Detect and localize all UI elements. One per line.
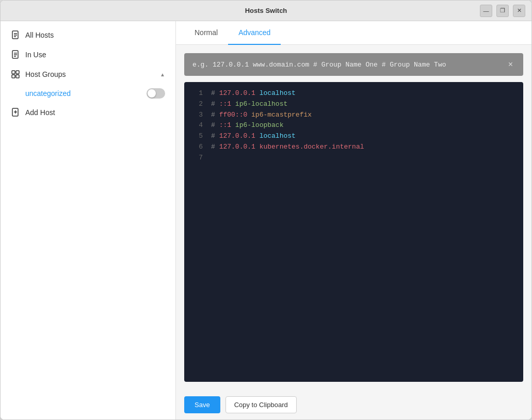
window-title: Hosts Switch (245, 7, 287, 14)
close-button[interactable]: ✕ (513, 5, 525, 17)
code-line-7: 7 (184, 153, 523, 164)
add-file-icon (11, 108, 20, 117)
save-button[interactable]: Save (184, 396, 220, 413)
maximize-button[interactable]: ❐ (496, 5, 509, 17)
code-line-1: 1 # 127.0.0.1 localhost (184, 88, 523, 99)
window-controls: — ❐ ✕ (480, 5, 525, 17)
chevron-up-icon: ▲ (160, 72, 165, 77)
code-line-4: 4 # ::1 ip6-loopback (184, 120, 523, 131)
in-use-label: In Use (25, 51, 46, 59)
all-hosts-label: All Hosts (25, 31, 54, 39)
info-banner: e.g. 127.0.0.1 www.domain.com # Group Na… (184, 53, 523, 76)
code-line-6: 6 # 127.0.0.1 kubernetes.docker.internal (184, 142, 523, 153)
host-groups-label: Host Groups (25, 70, 155, 78)
sidebar-item-add-host[interactable]: Add Host (1, 103, 175, 122)
info-banner-text: e.g. 127.0.0.1 www.domain.com # Group Na… (192, 61, 446, 69)
svg-rect-8 (12, 71, 15, 74)
panel-content: e.g. 127.0.0.1 www.domain.com # Group Na… (176, 45, 531, 390)
maximize-icon: ❐ (500, 7, 505, 14)
close-icon: ✕ (517, 7, 522, 14)
sidebar-item-uncategorized[interactable]: uncategorized (1, 84, 175, 103)
main-panel: Normal Advanced e.g. 127.0.0.1 www.domai… (176, 21, 531, 419)
sidebar-item-in-use[interactable]: In Use (1, 45, 175, 64)
minimize-button[interactable]: — (480, 5, 492, 17)
svg-rect-11 (16, 75, 19, 78)
panel-footer: Save Copy to Clipboard (176, 390, 531, 419)
sidebar-sub-items: uncategorized (1, 84, 175, 103)
minimize-icon: — (483, 8, 489, 14)
tab-normal[interactable]: Normal (184, 21, 228, 45)
file-check-icon (11, 50, 20, 59)
uncategorized-toggle[interactable] (147, 88, 165, 99)
uncategorized-label: uncategorized (25, 89, 71, 98)
code-line-3: 3 # ff00::0 ip6-mcastprefix (184, 110, 523, 121)
sidebar-item-all-hosts[interactable]: All Hosts (1, 25, 175, 45)
code-line-2: 2 # ::1 ip6-localhost (184, 99, 523, 110)
tab-advanced[interactable]: Advanced (228, 21, 281, 45)
copy-to-clipboard-button[interactable]: Copy to Clipboard (225, 396, 297, 413)
sidebar: All Hosts In Use Host Groups (1, 21, 176, 419)
titlebar: Hosts Switch — ❐ ✕ (1, 1, 531, 21)
grid-icon (11, 70, 20, 79)
file-icon (11, 30, 20, 40)
main-window: Hosts Switch — ❐ ✕ All Ho (0, 0, 532, 420)
svg-rect-10 (12, 75, 15, 78)
content-area: All Hosts In Use Host Groups (1, 21, 531, 419)
code-editor[interactable]: 1 # 127.0.0.1 localhost 2 # ::1 ip6-loca… (184, 82, 523, 382)
info-close-button[interactable]: × (506, 59, 515, 70)
code-line-5: 5 # 127.0.0.1 localhost (184, 131, 523, 142)
add-host-label: Add Host (25, 108, 55, 117)
svg-rect-9 (16, 71, 19, 74)
sidebar-section-host-groups[interactable]: Host Groups ▲ (1, 64, 175, 84)
tab-bar: Normal Advanced (176, 21, 531, 45)
